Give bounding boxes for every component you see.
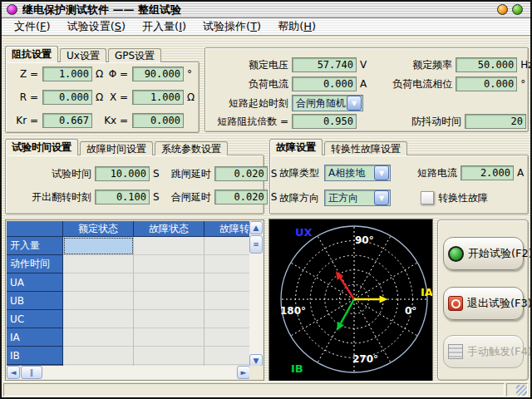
table-cell[interactable] [134, 237, 204, 255]
fault-panel: 故障设置 转换性故障设置 故障类型 A相接地 ▼ 短路电流 2.000 A 故障… [269, 140, 529, 214]
table-cell-selected[interactable] [63, 237, 134, 255]
chevron-down-icon[interactable]: ▼ [374, 190, 389, 205]
vertical-scroll-thumb[interactable]: ≡ [249, 235, 263, 254]
exit-test-button[interactable]: 退出试验(F3) [443, 287, 524, 320]
trip-delay-input[interactable]: 0.020 [214, 166, 268, 181]
r-input[interactable]: 0.000 [42, 90, 92, 105]
rated-freq-label: 额定频率 [373, 58, 452, 72]
debounce-label: 防抖动时间 [368, 115, 461, 129]
menu-test-settings[interactable]: 试验设置(S) [59, 18, 134, 35]
table-cell[interactable] [204, 292, 250, 310]
menu-help[interactable]: 帮助(H) [269, 18, 324, 35]
table-cell[interactable] [134, 255, 204, 273]
table-row: 动作时间 [7, 255, 250, 273]
tab-impedance-settings[interactable]: 阻抗设置 [5, 46, 58, 62]
table-cell[interactable] [204, 237, 250, 255]
table-cell[interactable] [204, 310, 250, 328]
fault-type-dropdown[interactable]: A相接地 ▼ [324, 165, 391, 181]
scroll-left-icon[interactable]: ◄ [7, 366, 20, 379]
svg-text:90°: 90° [355, 234, 374, 246]
table-cell[interactable] [134, 347, 204, 365]
table-cell[interactable] [63, 347, 134, 365]
close-delay-unit: S [271, 191, 278, 203]
status-bar [2, 381, 530, 397]
system-menu-icon[interactable] [7, 4, 17, 15]
fault-direction-dropdown[interactable]: 正方向 ▼ [324, 190, 391, 206]
table-cell[interactable] [63, 255, 134, 273]
short-start-dropdown[interactable]: 合闸角随机 ▼ [292, 95, 363, 111]
phasor-svg: 90°180°0°270°UXIAIB [269, 219, 432, 381]
horizontal-scrollbar[interactable]: ◄ ∥ ► [7, 366, 250, 379]
x-input[interactable]: 1.000 [132, 90, 184, 105]
menu-bar: 文件(F) 试验设置(S) 开入量(I) 试验操作(T) 帮助(H) [2, 18, 530, 36]
load-phase-input[interactable]: 0.000 [456, 76, 517, 91]
impedance-ratio-input[interactable]: 0.950 [292, 114, 357, 129]
table-cell[interactable] [204, 273, 250, 292]
svg-text:IA: IA [421, 286, 432, 298]
table-row: IA [7, 328, 250, 347]
table-cell[interactable] [134, 310, 204, 328]
menu-binary-input[interactable]: 开入量(I) [134, 18, 195, 35]
kr-label: Kr = [12, 115, 38, 126]
table-cell[interactable] [63, 328, 134, 347]
tab-fault-settings[interactable]: 故障设置 [269, 139, 323, 155]
row-label: UB [7, 292, 63, 310]
svg-text:IB: IB [291, 362, 303, 375]
rated-voltage-input[interactable]: 57.740 [292, 57, 357, 72]
flip-time-input[interactable]: 0.100 [95, 190, 150, 204]
title-bar[interactable]: 继电保护测试软件 —— 整组试验 [2, 2, 530, 18]
load-current-input[interactable]: 0.000 [292, 76, 357, 91]
test-time-input[interactable]: 10.000 [95, 166, 150, 181]
tab-test-time[interactable]: 试验时间设置 [5, 139, 78, 155]
table-cell[interactable] [204, 328, 250, 347]
tab-gps-settings[interactable]: GPS设置 [108, 48, 161, 62]
scroll-right-icon[interactable]: ► [237, 366, 250, 379]
tab-ux-settings[interactable]: Ux设置 [60, 48, 106, 62]
chevron-down-icon[interactable]: ▼ [374, 165, 389, 180]
vertical-scrollbar[interactable]: ▲ ≡ ▼ [249, 221, 263, 367]
scroll-up-icon[interactable]: ▲ [249, 221, 263, 234]
header-fault-state: 故障状态 [134, 221, 204, 237]
close-delay-input[interactable]: 0.020 [214, 190, 268, 204]
rated-freq-input[interactable]: 50.000 [456, 57, 517, 72]
exit-test-icon [448, 296, 463, 311]
short-current-label: 短路电流 [414, 166, 457, 180]
resize-grip[interactable] [516, 385, 527, 396]
start-test-button[interactable]: 开始试验(F2) [443, 237, 524, 270]
load-phase-unit: ° [520, 78, 525, 90]
flip-time-unit: S [153, 191, 160, 203]
test-time-unit: S [153, 168, 160, 180]
kx-input[interactable]: 0.000 [132, 113, 184, 128]
z-input[interactable]: 1.000 [42, 66, 92, 81]
table-cell[interactable] [63, 292, 134, 310]
kr-input[interactable]: 0.667 [42, 113, 92, 128]
row-label: IA [7, 328, 63, 347]
tab-system-params[interactable]: 系统参数设置 [155, 141, 228, 155]
z-unit: Ω [96, 68, 103, 80]
menu-file[interactable]: 文件(F) [6, 18, 59, 35]
table-cell[interactable] [204, 347, 250, 365]
table-cell[interactable] [204, 255, 250, 273]
debounce-input[interactable]: 20 [465, 114, 526, 129]
impedance-ratio-label: 短路阻抗倍数 = [209, 115, 288, 129]
phi-label: Φ = [103, 68, 128, 80]
convert-fault-checkbox[interactable] [421, 191, 434, 204]
short-current-input[interactable]: 2.000 [461, 165, 514, 180]
manual-trigger-button: 手动触发(F4) [443, 335, 524, 368]
phi-input[interactable]: 90.000 [132, 66, 184, 81]
table-row: UA [7, 273, 250, 292]
chevron-down-icon[interactable]: ▼ [347, 96, 362, 111]
table-cell[interactable] [134, 292, 204, 310]
minimize-button[interactable] [497, 4, 508, 15]
table-cell[interactable] [134, 328, 204, 347]
tab-convert-fault-settings[interactable]: 转换性故障设置 [324, 141, 407, 155]
table-cell[interactable] [134, 273, 204, 292]
impedance-panel: 阻抗设置 Ux设置 GPS设置 Z = 1.000 Ω Φ = 90.000 °… [5, 47, 200, 133]
menu-test-operation[interactable]: 试验操作(T) [195, 18, 269, 35]
horizontal-scroll-thumb[interactable]: ∥ [21, 366, 42, 379]
table-cell[interactable] [63, 273, 134, 292]
tab-fault-time[interactable]: 故障时间设置 [80, 141, 153, 155]
table-cell[interactable] [63, 310, 134, 328]
short-start-label: 短路起始时刻 [209, 96, 288, 111]
close-button[interactable] [512, 4, 523, 15]
